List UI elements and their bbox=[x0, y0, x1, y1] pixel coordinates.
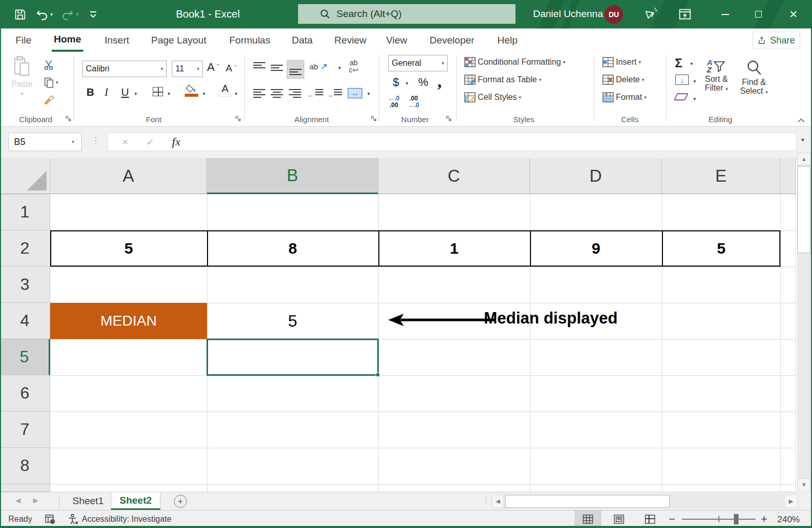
find-select-button[interactable]: Find &Select ▾ bbox=[740, 59, 767, 97]
cell-styles-button[interactable]: Cell Styles ▾ bbox=[464, 92, 521, 102]
align-center-button[interactable] bbox=[271, 89, 283, 100]
tab-insert[interactable]: Insert bbox=[102, 28, 131, 52]
sort-filter-button[interactable]: AZ Sort &Filter ▾ bbox=[705, 59, 728, 94]
font-color-dropdown-icon[interactable]: ▾ bbox=[235, 91, 238, 96]
row-header-4[interactable]: 4 bbox=[0, 303, 50, 339]
avatar[interactable]: DU bbox=[604, 5, 623, 24]
row-header-1[interactable]: 1 bbox=[0, 194, 50, 230]
tab-developer[interactable]: Developer bbox=[427, 28, 477, 52]
cell-d2[interactable]: 9 bbox=[530, 230, 662, 267]
shrink-font-button[interactable]: Aˇ bbox=[226, 63, 237, 74]
font-color-button[interactable]: A bbox=[218, 84, 232, 97]
save-icon[interactable] bbox=[13, 8, 27, 21]
decrease-indent-button[interactable]: ← bbox=[307, 89, 323, 100]
undo-icon[interactable] bbox=[35, 8, 49, 21]
orientation-button[interactable]: ab↗ bbox=[309, 61, 328, 72]
cell-b2[interactable]: 8 bbox=[207, 230, 378, 267]
cell-e2[interactable]: 5 bbox=[662, 230, 780, 267]
cell-c2[interactable]: 1 bbox=[378, 230, 530, 267]
clear-dropdown-icon[interactable]: ▾ bbox=[693, 96, 696, 101]
row-header-7[interactable]: 7 bbox=[0, 412, 50, 448]
grow-font-button[interactable]: Aˆ bbox=[207, 62, 219, 72]
collapse-ribbon-button[interactable] bbox=[797, 116, 805, 124]
insert-function-button[interactable]: fx bbox=[172, 136, 181, 148]
decrease-decimal-button[interactable]: .00→.0 bbox=[408, 95, 419, 109]
tab-formulas[interactable]: Formulas bbox=[227, 28, 272, 52]
sheet-nav-right-icon[interactable]: ▶ bbox=[33, 496, 38, 504]
autosum-button[interactable]: Σ bbox=[675, 56, 682, 70]
alignment-dialog-launcher[interactable] bbox=[370, 115, 378, 123]
underline-dropdown-icon[interactable]: ▾ bbox=[135, 91, 137, 96]
tab-home[interactable]: Home bbox=[52, 28, 83, 52]
maximize-button[interactable] bbox=[742, 0, 774, 28]
cell-a2[interactable]: 5 bbox=[50, 230, 207, 267]
sheet-tab-sheet1[interactable]: Sheet1 bbox=[64, 492, 112, 510]
scroll-right-icon[interactable]: ▶ bbox=[784, 494, 798, 508]
column-header-e[interactable]: E bbox=[662, 158, 780, 194]
top-align-button[interactable] bbox=[253, 62, 265, 74]
borders-button[interactable] bbox=[153, 87, 163, 96]
merge-center-button[interactable]: ↔ bbox=[348, 88, 362, 98]
select-all-corner[interactable] bbox=[0, 158, 50, 194]
clear-button[interactable] bbox=[675, 93, 687, 100]
row-header-3[interactable]: 3 bbox=[0, 267, 50, 303]
cut-button[interactable] bbox=[43, 59, 55, 70]
undo-dropdown-icon[interactable]: ▾ bbox=[50, 11, 53, 17]
bold-button[interactable]: B bbox=[86, 86, 94, 98]
share-button[interactable]: Share bbox=[752, 32, 800, 49]
row-header-6[interactable]: 6 bbox=[0, 375, 50, 412]
column-header-c[interactable]: C bbox=[378, 158, 530, 194]
tab-help[interactable]: Help bbox=[495, 28, 520, 52]
accounting-format-button[interactable]: $ bbox=[393, 76, 399, 89]
fill-color-dropdown-icon[interactable]: ▾ bbox=[203, 91, 205, 96]
scroll-up-icon[interactable]: ▲ bbox=[797, 153, 811, 165]
scroll-down-icon[interactable]: ▼ bbox=[797, 478, 811, 491]
formula-bar-resize-handle[interactable]: ⋮ bbox=[91, 135, 100, 146]
font-dialog-launcher[interactable] bbox=[234, 115, 243, 123]
row-header-5[interactable]: 5 bbox=[0, 339, 50, 375]
column-header-partial[interactable] bbox=[780, 158, 796, 194]
minimize-button[interactable] bbox=[709, 0, 741, 28]
tab-data[interactable]: Data bbox=[290, 28, 315, 52]
user-name[interactable]: Daniel Uchenna bbox=[533, 8, 603, 20]
tab-file[interactable]: File bbox=[13, 28, 34, 52]
cell-a4-median[interactable]: MEDIAN bbox=[50, 303, 207, 339]
ribbon-display-options-icon[interactable] bbox=[678, 7, 692, 23]
normal-view-button[interactable] bbox=[574, 510, 601, 528]
feedback-icon[interactable] bbox=[643, 7, 658, 24]
accessibility-status[interactable]: Accessibility: Investigate bbox=[82, 515, 171, 524]
percent-style-button[interactable]: % bbox=[418, 76, 429, 89]
cell-b4[interactable]: 5 bbox=[207, 303, 378, 339]
tab-scrollbar-splitter[interactable]: ⋮ bbox=[482, 496, 490, 505]
row-header-partial[interactable] bbox=[0, 484, 50, 492]
zoom-level[interactable]: 240% bbox=[777, 515, 800, 525]
fill-color-button[interactable] bbox=[185, 84, 198, 97]
bottom-align-button[interactable] bbox=[287, 60, 304, 79]
search-box[interactable]: Search (Alt+Q) bbox=[298, 4, 515, 24]
sheet-tab-sheet2[interactable]: Sheet2 bbox=[111, 492, 160, 510]
scroll-left-icon[interactable]: ◀ bbox=[492, 494, 504, 508]
italic-button[interactable]: I bbox=[105, 86, 108, 99]
comma-style-button[interactable]: , bbox=[437, 71, 442, 91]
middle-align-button[interactable] bbox=[271, 62, 283, 74]
vertical-scrollbar[interactable]: ▲ ▼ bbox=[797, 153, 811, 491]
horizontal-scrollbar[interactable]: ◀ ▶ bbox=[492, 494, 798, 508]
tab-view[interactable]: View bbox=[384, 28, 409, 52]
name-box[interactable]: B5 ▾ bbox=[8, 133, 82, 151]
font-size-select[interactable]: 11▾ bbox=[172, 61, 203, 77]
active-cell-b5[interactable] bbox=[206, 339, 379, 376]
format-cells-button[interactable]: Format ▾ bbox=[602, 92, 646, 102]
orientation-dropdown-icon[interactable]: ▾ bbox=[338, 65, 341, 70]
column-header-a[interactable]: A bbox=[50, 158, 207, 194]
insert-cells-button[interactable]: Insert ▾ bbox=[602, 57, 641, 67]
conditional-formatting-button[interactable]: Conditional Formatting ▾ bbox=[464, 57, 566, 67]
number-format-select[interactable]: General▾ bbox=[388, 55, 448, 71]
copy-button[interactable]: ▾ bbox=[43, 77, 58, 88]
delete-cells-button[interactable]: Delete ▾ bbox=[602, 75, 644, 85]
vertical-scroll-thumb[interactable] bbox=[798, 166, 810, 253]
accessibility-icon[interactable] bbox=[67, 514, 79, 527]
column-header-b[interactable]: B bbox=[207, 158, 378, 194]
horizontal-scroll-thumb[interactable] bbox=[505, 495, 670, 508]
underline-button[interactable]: U bbox=[121, 86, 129, 98]
page-break-view-button[interactable] bbox=[637, 510, 663, 528]
